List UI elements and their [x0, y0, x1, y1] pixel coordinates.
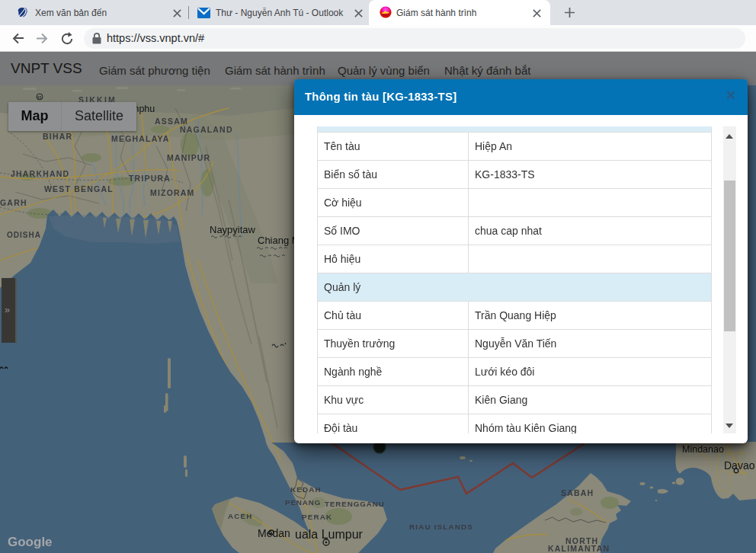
- svg-text:SABAH: SABAH: [561, 488, 594, 497]
- svg-text:JHARKHAND: JHARKHAND: [11, 169, 69, 178]
- svg-text:TERENGGANU: TERENGGANU: [325, 500, 385, 508]
- svg-text:WEST BENGAL: WEST BENGAL: [44, 184, 114, 193]
- svg-text:NAGALAND: NAGALAND: [180, 125, 233, 134]
- svg-text:RIAU ISLANDS: RIAU ISLANDS: [409, 523, 473, 531]
- svg-text:TRIPURA: TRIPURA: [129, 174, 171, 183]
- svg-text:MEGHALAYA: MEGHALAYA: [111, 134, 170, 143]
- svg-text:MANIPUR: MANIPUR: [167, 153, 210, 162]
- svg-text:GARH: GARH: [0, 198, 27, 207]
- svg-text:PENANG: PENANG: [285, 498, 321, 507]
- svg-text:Davao: Davao: [724, 459, 755, 471]
- svg-text:Mindanao: Mindanao: [682, 444, 724, 455]
- svg-text:BIHAR: BIHAR: [43, 132, 72, 141]
- svg-text:PERAK: PERAK: [302, 513, 332, 521]
- svg-text:R: R: [37, 94, 42, 101]
- svg-text:ODISHA: ODISHA: [7, 231, 41, 239]
- svg-text:KEDAH: KEDAH: [290, 485, 322, 494]
- svg-text:ACEH: ACEH: [228, 512, 253, 520]
- svg-text:KALIMANTAN: KALIMANTAN: [548, 544, 610, 553]
- svg-text:Naypyitaw: Naypyitaw: [210, 224, 256, 235]
- svg-text:uala Lumpur: uala Lumpur: [295, 528, 364, 541]
- svg-text:MIZORAM: MIZORAM: [150, 188, 195, 197]
